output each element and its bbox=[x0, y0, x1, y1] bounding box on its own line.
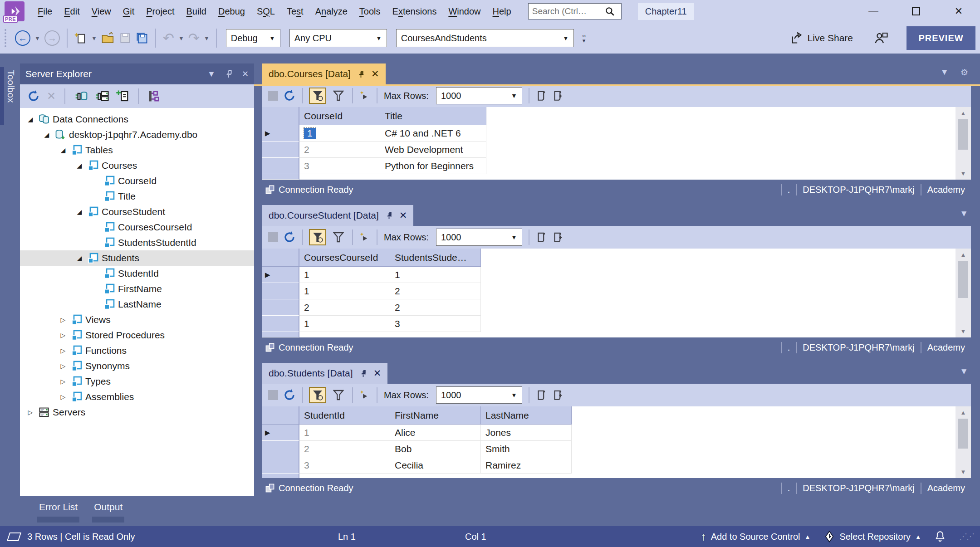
menu-git[interactable]: Git bbox=[117, 6, 141, 17]
tree-node-data-connections[interactable]: ◢Data Connections bbox=[20, 112, 254, 127]
tree-node-firstname[interactable]: FirstName bbox=[20, 281, 254, 297]
tree-expander-icon[interactable]: ▷ bbox=[56, 362, 70, 370]
column-header-coursescourseid[interactable]: CoursesCourseId bbox=[299, 249, 390, 267]
filter-toggle-icon[interactable] bbox=[309, 387, 326, 403]
filter-icon[interactable] bbox=[331, 88, 346, 103]
row-selector[interactable]: ▶ bbox=[262, 425, 299, 441]
tree-node-views[interactable]: ▷Views bbox=[20, 312, 254, 327]
bottom-tab-output[interactable]: Output bbox=[92, 502, 124, 526]
vertical-scrollbar[interactable]: ▲ ▼ bbox=[956, 406, 971, 478]
script-sql-icon[interactable] bbox=[535, 389, 547, 401]
tree-node-coursescourseid[interactable]: CoursesCourseId bbox=[20, 220, 254, 235]
tree-node-tables[interactable]: ◢Tables bbox=[20, 142, 254, 158]
script-sql-new-icon[interactable] bbox=[552, 90, 564, 102]
tree-node-desktop-j1pqhr7-academy-dbo[interactable]: ◢desktop-j1pqhr7.Academy.dbo bbox=[20, 127, 254, 142]
account-icon[interactable] bbox=[874, 31, 888, 45]
tab-dbo-coursestudent-data[interactable]: dbo.CourseStudent [Data] ✕ bbox=[262, 205, 413, 226]
tree-node-courseid[interactable]: CourseId bbox=[20, 173, 254, 189]
pin-icon[interactable] bbox=[385, 212, 393, 220]
menu-view[interactable]: View bbox=[86, 6, 117, 17]
refresh-icon[interactable] bbox=[283, 89, 296, 103]
close-icon[interactable]: ✕ bbox=[371, 68, 379, 79]
save-all-button[interactable] bbox=[136, 32, 148, 44]
close-button[interactable]: ✕ bbox=[937, 0, 980, 23]
scroll-down-icon[interactable]: ▼ bbox=[960, 466, 966, 478]
menu-tools[interactable]: Tools bbox=[353, 6, 387, 17]
tree-node-title[interactable]: Title bbox=[20, 189, 254, 204]
maximize-button[interactable] bbox=[895, 0, 937, 23]
tree-expander-icon[interactable]: ◢ bbox=[73, 208, 86, 215]
row-selector[interactable] bbox=[262, 316, 299, 332]
scrollbar-thumb[interactable] bbox=[958, 419, 968, 449]
grid-cell[interactable]: 2 bbox=[390, 299, 481, 316]
row-selector[interactable] bbox=[262, 142, 299, 158]
window-position-chevron-icon[interactable]: ▼ bbox=[207, 69, 216, 79]
scroll-down-icon[interactable]: ▼ bbox=[960, 325, 966, 337]
tree-expander-icon[interactable]: ▷ bbox=[56, 378, 70, 385]
tree-expander-icon[interactable]: ◢ bbox=[73, 162, 86, 169]
grid-cell[interactable]: 2 bbox=[299, 142, 380, 158]
tree-expander-icon[interactable]: ▷ bbox=[56, 332, 70, 339]
tree-node-courses[interactable]: ◢Courses bbox=[20, 158, 254, 173]
search-box[interactable] bbox=[528, 3, 622, 20]
menu-analyze[interactable]: Analyze bbox=[309, 6, 353, 17]
grid-cell[interactable]: Python for Beginners bbox=[380, 158, 486, 174]
max-rows-combo[interactable]: 1000▼ bbox=[436, 386, 522, 404]
navigate-forward-button[interactable]: → bbox=[44, 30, 60, 46]
grid-cell[interactable]: Ramirez bbox=[481, 457, 572, 474]
grid-cell[interactable]: Smith bbox=[481, 441, 572, 457]
grid-cell[interactable]: 1 bbox=[390, 267, 481, 283]
stop-refresh-icon[interactable]: ✕ bbox=[47, 90, 56, 103]
undo-dropdown-icon[interactable]: ▼ bbox=[178, 35, 184, 42]
scrollbar-thumb[interactable] bbox=[958, 261, 968, 298]
chevron-down-icon[interactable]: ▼ bbox=[960, 366, 968, 376]
tree-expander-icon[interactable]: ◢ bbox=[24, 116, 37, 123]
solution-configuration-combo[interactable]: Debug▼ bbox=[226, 29, 280, 47]
toolbox-side-tab[interactable]: Toolbox bbox=[0, 67, 20, 125]
filter-toggle-icon[interactable] bbox=[309, 229, 326, 245]
max-rows-combo[interactable]: 1000▼ bbox=[436, 87, 522, 104]
menu-help[interactable]: Help bbox=[487, 6, 517, 17]
grid-cell[interactable]: 3 bbox=[299, 457, 390, 474]
grid-cell[interactable]: Web Development bbox=[380, 142, 486, 158]
connect-to-database-icon[interactable] bbox=[74, 89, 88, 103]
column-header-courseid[interactable]: CourseId bbox=[299, 107, 380, 125]
tree-expander-icon[interactable]: ◢ bbox=[73, 254, 86, 262]
column-header-title[interactable]: Title bbox=[380, 107, 486, 125]
tree-expander-icon[interactable]: ◢ bbox=[40, 131, 54, 138]
stop-icon[interactable] bbox=[268, 390, 278, 400]
add-to-source-control-button[interactable]: ↑ Add to Source Control ▲ bbox=[701, 530, 811, 543]
script-wand-icon[interactable] bbox=[359, 389, 371, 401]
menu-extensions[interactable]: Extensions bbox=[387, 6, 443, 17]
notifications-bell-icon[interactable] bbox=[935, 531, 946, 542]
grid-cell[interactable]: 3 bbox=[390, 316, 481, 332]
add-connection-icon[interactable] bbox=[116, 89, 129, 103]
tree-expander-icon[interactable]: ▷ bbox=[24, 409, 37, 416]
script-sql-icon[interactable] bbox=[535, 90, 547, 102]
chevron-down-icon[interactable]: ▼ bbox=[960, 209, 968, 219]
row-selector[interactable]: ▶ bbox=[262, 267, 299, 283]
filter-toggle-icon[interactable] bbox=[309, 88, 326, 104]
tree-expander-icon[interactable]: ▷ bbox=[56, 347, 70, 354]
live-share-button[interactable]: Live Share bbox=[790, 32, 853, 44]
grid-cell[interactable]: Cecilia bbox=[390, 457, 481, 474]
row-selector[interactable] bbox=[262, 158, 299, 174]
max-rows-combo[interactable]: 1000▼ bbox=[436, 229, 522, 246]
scroll-up-icon[interactable]: ▲ bbox=[960, 406, 966, 418]
menu-sql[interactable]: SQL bbox=[251, 6, 281, 17]
tree-node-students[interactable]: ◢Students bbox=[20, 250, 254, 266]
pin-icon[interactable] bbox=[357, 70, 365, 78]
redo-button[interactable]: ↷ bbox=[188, 31, 200, 45]
grid-cell[interactable]: 1 bbox=[299, 316, 390, 332]
navigate-back-button[interactable]: ← bbox=[15, 30, 30, 46]
column-header-studentsstude[interactable]: StudentsStude… bbox=[390, 249, 481, 267]
menu-build[interactable]: Build bbox=[181, 6, 212, 17]
close-icon[interactable]: ✕ bbox=[373, 368, 382, 379]
new-file-dropdown-icon[interactable]: ▼ bbox=[91, 35, 97, 42]
row-selector[interactable] bbox=[262, 457, 299, 474]
grid-cell[interactable]: 1 bbox=[299, 125, 380, 142]
tree-node-lastname[interactable]: LastName bbox=[20, 297, 254, 312]
vertical-scrollbar[interactable]: ▲ ▼ bbox=[956, 107, 971, 180]
refresh-icon[interactable] bbox=[283, 388, 296, 402]
redo-dropdown-icon[interactable]: ▼ bbox=[204, 35, 210, 42]
